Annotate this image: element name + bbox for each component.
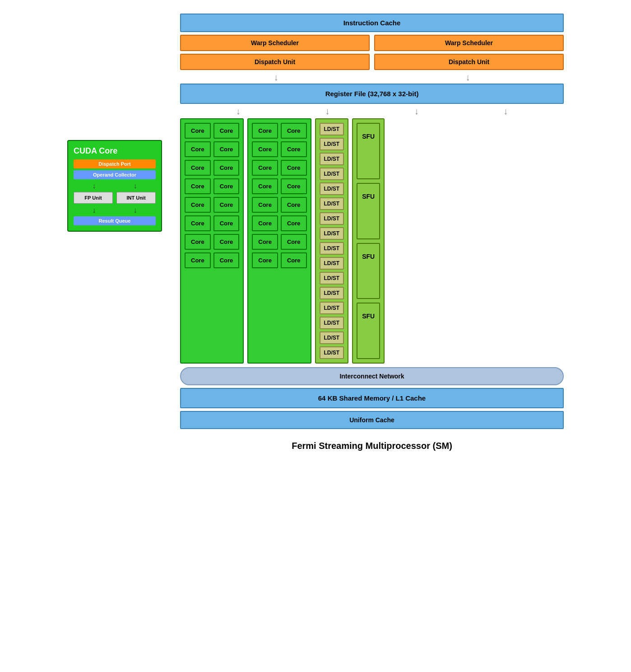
core-column-2: Core Core Core Core Core Core Core Core …	[247, 118, 311, 364]
core-cell: Core	[213, 160, 240, 176]
sfu-cell-3: SFU	[357, 243, 380, 299]
core-cell: Core	[252, 160, 278, 176]
arrow-dispatch-2: ↓	[466, 73, 470, 82]
dispatch-unit-1: Dispatch Unit	[180, 54, 370, 70]
ldst-cell: LD/ST	[320, 227, 344, 240]
ldst-cell: LD/ST	[320, 257, 344, 270]
core-pair-10: Core Core	[252, 141, 306, 157]
arrow-rf-4: ↓	[503, 107, 508, 116]
core-cell: Core	[213, 141, 240, 157]
ldst-cell: LD/ST	[320, 331, 344, 344]
warp-row: Warp Scheduler Warp Scheduler	[180, 35, 564, 51]
core-pair-8: Core Core	[185, 252, 239, 268]
page-title: Fermi Streaming Multiprocessor (SM)	[180, 441, 564, 451]
core-cell: Core	[185, 123, 211, 139]
core-pair-5: Core Core	[185, 197, 239, 213]
core-cell: Core	[281, 123, 307, 139]
uniform-cache: Uniform Cache	[180, 411, 564, 429]
arrow-rf-2: ↓	[325, 107, 329, 116]
arrow-rf-3: ↓	[414, 107, 419, 116]
core-cell: Core	[185, 252, 211, 268]
ldst-cell: LD/ST	[320, 287, 344, 299]
core-cell: Core	[213, 234, 240, 250]
sm-section: Instruction Cache Warp Scheduler Warp Sc…	[180, 14, 564, 451]
register-file: Register File (32,768 x 32-bit)	[180, 84, 564, 104]
ldst-cell: LD/ST	[320, 153, 344, 165]
core-cell: Core	[252, 123, 278, 139]
ldst-cell: LD/ST	[320, 168, 344, 180]
cuda-result-queue: Result Queue	[74, 216, 156, 225]
core-cell: Core	[252, 197, 278, 213]
ldst-cell: LD/ST	[320, 123, 344, 135]
core-cell: Core	[252, 215, 278, 231]
core-pair-11: Core Core	[252, 160, 306, 176]
core-pair-14: Core Core	[252, 215, 306, 231]
core-pair-2: Core Core	[185, 141, 239, 157]
ldst-column: LD/ST LD/ST LD/ST LD/ST LD/ST LD/ST LD/S…	[315, 118, 349, 364]
cuda-core-section: CUDA Core Dispatch Port Operand Collecto…	[67, 140, 167, 232]
core-pair-1: Core Core	[185, 123, 239, 139]
core-cell: Core	[213, 197, 240, 213]
interconnect-network: Interconnect Network	[180, 367, 564, 385]
int-unit: INT Unit	[116, 192, 156, 204]
core-pair-4: Core Core	[185, 178, 239, 194]
cuda-core-title: CUDA Core	[74, 146, 156, 156]
core-cell: Core	[185, 215, 211, 231]
warp-scheduler-1: Warp Scheduler	[180, 35, 370, 51]
core-cell: Core	[281, 215, 307, 231]
core-cell: Core	[185, 141, 211, 157]
core-cell: Core	[213, 215, 240, 231]
main-blocks-row: Core Core Core Core Core Core Core Core …	[180, 118, 564, 364]
sfu-column: SFU SFU SFU SFU	[352, 118, 385, 364]
dispatch-unit-2: Dispatch Unit	[374, 54, 564, 70]
cuda-dispatch-port: Dispatch Port	[74, 159, 156, 168]
sfu-cell-1: SFU	[357, 123, 380, 179]
core-cell: Core	[281, 141, 307, 157]
cuda-core-box: CUDA Core Dispatch Port Operand Collecto…	[67, 140, 162, 232]
ldst-cell: LD/ST	[320, 317, 344, 329]
cuda-arrows-row: ↓ ↓	[74, 182, 156, 190]
core-pair-13: Core Core	[252, 197, 306, 213]
arrow-rf-1: ↓	[236, 107, 241, 116]
core-cell: Core	[281, 178, 307, 194]
core-cell: Core	[281, 197, 307, 213]
arrow-down-result: ↓	[93, 206, 96, 215]
ldst-cell: LD/ST	[320, 346, 344, 359]
cuda-arrows-row-2: ↓ ↓	[74, 206, 156, 215]
ldst-cell: LD/ST	[320, 242, 344, 255]
core-cell: Core	[252, 234, 278, 250]
core-pair-16: Core Core	[252, 252, 306, 268]
core-cell: Core	[185, 178, 211, 194]
core-column-1: Core Core Core Core Core Core Core Core …	[180, 118, 244, 364]
core-cell: Core	[213, 252, 240, 268]
core-cell: Core	[213, 123, 240, 139]
core-cell: Core	[281, 160, 307, 176]
arrow-dispatch-1: ↓	[274, 73, 278, 82]
ldst-cell: LD/ST	[320, 272, 344, 285]
dispatch-row: Dispatch Unit Dispatch Unit	[180, 54, 564, 70]
instruction-cache: Instruction Cache	[180, 14, 564, 32]
cuda-units-row: FP Unit INT Unit	[74, 192, 156, 204]
core-cell: Core	[185, 234, 211, 250]
warp-scheduler-2: Warp Scheduler	[374, 35, 564, 51]
ldst-cell: LD/ST	[320, 138, 344, 150]
arrow-down-result-2: ↓	[134, 206, 137, 215]
arrow-row-4: ↓ ↓ ↓ ↓	[180, 107, 564, 116]
core-pair-6: Core Core	[185, 215, 239, 231]
shared-memory: 64 KB Shared Memory / L1 Cache	[180, 388, 564, 408]
core-cell: Core	[252, 252, 278, 268]
ldst-cell: LD/ST	[320, 197, 344, 210]
core-cell: Core	[281, 252, 307, 268]
core-pair-15: Core Core	[252, 234, 306, 250]
sfu-cell-2: SFU	[357, 183, 380, 239]
ldst-cell: LD/ST	[320, 302, 344, 314]
arrow-down-int: ↓	[134, 182, 137, 190]
arrow-row-dispatch: ↓ ↓	[180, 73, 564, 82]
ldst-cell: LD/ST	[320, 212, 344, 225]
core-cell: Core	[185, 160, 211, 176]
core-cell: Core	[252, 141, 278, 157]
core-cell: Core	[185, 197, 211, 213]
core-pair-12: Core Core	[252, 178, 306, 194]
core-cell: Core	[213, 178, 240, 194]
core-pair-9: Core Core	[252, 123, 306, 139]
